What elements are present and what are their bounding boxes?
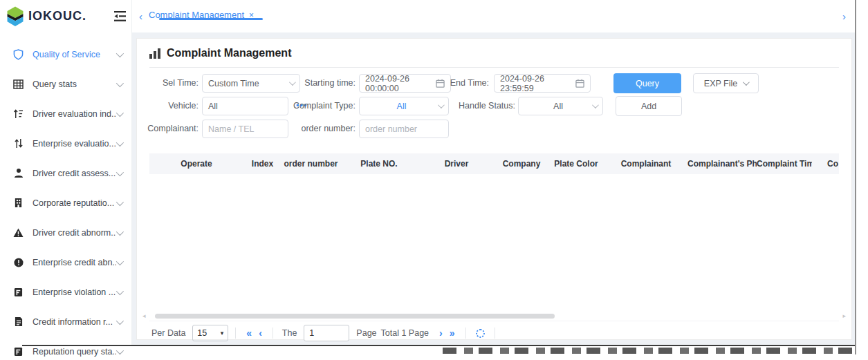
query-button[interactable]: Query: [613, 73, 681, 93]
column-header-index: Index: [243, 159, 281, 169]
end-time-input[interactable]: 2024-09-26 23:59:59: [494, 74, 591, 93]
sidebar-item-enterprise-credit-abnormal[interactable]: Enterprise credit abn...: [0, 247, 131, 277]
bar-chart-icon: [149, 48, 161, 59]
tab-active-underline: [159, 18, 263, 20]
sidebar-item-driver-credit-abnormal[interactable]: Driver credit abnorm...: [0, 218, 131, 247]
filter-panel: Sel Time: Custom Time Starting time: 202…: [149, 72, 839, 142]
next-page-button[interactable]: ›: [439, 328, 443, 339]
sidebar-item-label: Driver evaluation ind...: [33, 109, 116, 119]
sidebar-item-credit-information[interactable]: Credit information r...: [0, 307, 131, 337]
menu-fold-icon[interactable]: [114, 11, 126, 21]
starting-time-value: 2024-09-26 00:00:00: [365, 74, 436, 93]
divider: [273, 328, 273, 339]
column-header-complaint-time: Complaint Time: [757, 159, 812, 169]
the-label: The: [282, 328, 297, 338]
page-title: Complaint Management: [167, 47, 291, 59]
complaint-type-label: Complaint Type:: [286, 97, 355, 115]
scrollbar-thumb[interactable]: [155, 314, 555, 319]
calendar-icon[interactable]: [575, 79, 584, 88]
divider: [235, 328, 236, 339]
window-right-edge: [855, 0, 856, 354]
sidebar-item-label: Driver credit assess...: [33, 169, 116, 178]
complaint-type-select[interactable]: All: [359, 97, 449, 115]
flag-file-icon: [12, 345, 24, 357]
per-data-label: Per Data: [151, 328, 185, 338]
add-button[interactable]: Add: [616, 96, 682, 116]
sidebar-item-reputation-query[interactable]: Reputation query sta...: [0, 337, 131, 360]
sidebar-header: IOKOUC.: [0, 0, 131, 32]
sidebar-item-label: Credit information r...: [33, 317, 113, 327]
end-time-value: 2024-09-26 23:59:59: [500, 74, 575, 93]
tabs-scroll-right-icon[interactable]: ›: [842, 10, 846, 22]
handle-status-select[interactable]: All: [518, 97, 603, 115]
last-page-button[interactable]: »: [450, 328, 455, 339]
chevron-down-icon: [438, 102, 445, 108]
chevron-down-icon: [116, 198, 124, 205]
sidebar-item-label: Quality of Service: [33, 50, 100, 59]
sidebar-item-corporate-reputation[interactable]: Corporate reputatio...: [0, 188, 131, 218]
sidebar-menu: Quality of Service Query stats Driver ev…: [0, 32, 131, 360]
order-number-input[interactable]: [359, 120, 449, 138]
chevron-down-icon: [116, 227, 124, 235]
first-page-button[interactable]: «: [246, 328, 252, 339]
shield-icon: [12, 48, 24, 60]
divider: [465, 328, 466, 339]
sidebar-item-quality-of-service[interactable]: Quality of Service: [0, 39, 131, 69]
chevron-down-icon: [592, 102, 599, 108]
brand-hexagon-icon: [6, 6, 25, 27]
handle-status-value: All: [524, 102, 592, 111]
exp-file-button[interactable]: EXP File: [693, 73, 759, 93]
person-icon: [12, 167, 24, 179]
brand-name: IOKOUC.: [28, 9, 86, 23]
loading-spinner-icon: [476, 329, 485, 338]
sel-time-label: Sel Time:: [145, 74, 198, 93]
chevron-down-icon: [116, 287, 124, 294]
chevron-down-icon: [116, 108, 124, 116]
tab-complaint-management[interactable]: Complaint Management×: [149, 10, 254, 20]
sidebar-item-driver-evaluation[interactable]: Driver evaluation ind...: [0, 99, 131, 129]
table-horizontal-scrollbar: ◂ ▸: [149, 312, 839, 321]
chevron-down-icon: [743, 79, 750, 86]
column-header-plate-color: Plate Color: [548, 159, 604, 169]
starting-time-label: Starting time:: [286, 74, 355, 93]
order-number-label: order number:: [286, 120, 355, 138]
scroll-left-arrow-icon[interactable]: ◂: [142, 312, 146, 319]
sel-time-value: Custom Time: [208, 79, 259, 88]
chevron-down-icon: [116, 138, 124, 146]
complainant-label: Complainant:: [145, 120, 198, 138]
building-icon: [12, 197, 24, 209]
column-header-plate-no: Plate NO.: [340, 159, 418, 169]
tab-bar: ‹ Complaint Management× ›: [131, 0, 856, 32]
chevron-down-icon: [116, 257, 124, 265]
page-number-input[interactable]: [304, 325, 349, 341]
prev-page-button[interactable]: ‹: [259, 328, 262, 339]
add-button-label: Add: [641, 102, 656, 111]
complaint-management-app: IOKOUC. Quality of Service: [0, 0, 868, 360]
vehicle-label: Vehicle:: [145, 97, 198, 115]
vehicle-input[interactable]: All: [202, 97, 288, 115]
complaint-management-card: Complaint Management Sel Time: Custom Ti…: [136, 38, 852, 340]
sidebar-item-enterprise-evaluation[interactable]: Enterprise evaluatio...: [0, 129, 131, 158]
table-icon: [12, 78, 24, 90]
sidebar-item-query-stats[interactable]: Query stats: [0, 69, 131, 99]
exclamation-circle-icon: [12, 256, 24, 268]
page-size-select[interactable]: 15 ▾: [192, 325, 228, 341]
table-header-row: Operate Index order number Plate NO. Dri…: [149, 153, 839, 174]
sidebar-item-driver-credit[interactable]: Driver credit assess...: [0, 158, 131, 188]
sidebar-item-label: Enterprise evaluatio...: [33, 139, 116, 149]
complainant-input[interactable]: [202, 120, 288, 138]
brand-logo[interactable]: IOKOUC.: [6, 6, 86, 27]
column-header-company: Company: [495, 159, 548, 169]
column-header-complainants-phone: Complainant's Phone: [687, 159, 757, 169]
column-header-complainant: Complainant: [604, 159, 687, 169]
tabs-scroll-left-icon[interactable]: ‹: [139, 10, 142, 22]
page-size-value: 15: [197, 328, 207, 338]
column-header-order-number: order number: [281, 159, 340, 169]
sel-time-select[interactable]: Custom Time: [202, 74, 300, 93]
chevron-down-icon: [116, 316, 124, 324]
scroll-right-arrow-icon[interactable]: ▸: [842, 312, 846, 319]
sort-ascending-icon: [12, 108, 24, 120]
content-area: Complaint Management Sel Time: Custom Ti…: [131, 32, 856, 345]
exp-file-label: EXP File: [704, 79, 737, 88]
sidebar-item-enterprise-violation[interactable]: Enterprise violation ...: [0, 277, 131, 307]
